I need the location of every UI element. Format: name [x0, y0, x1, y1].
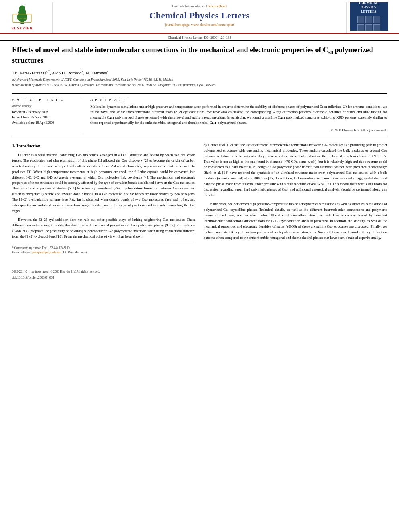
elsevier-wordmark: ELSEVIER — [11, 26, 33, 30]
badge-cell — [373, 16, 380, 23]
article-info-col: A R T I C L E I N F O Article history: R… — [12, 98, 82, 132]
page-footer: 0009-2614/$ – see front matter © 2008 El… — [0, 267, 399, 281]
elsevier-tree-icon: ELSEVIER — [8, 3, 36, 25]
received-date: Received 2 February 2008 — [12, 109, 76, 115]
sciencedirect-link[interactable]: ScienceDirect — [208, 4, 227, 8]
footnote: * Corresponding author. Fax: +52 444 834… — [12, 244, 195, 255]
body-col-right: by Berber et al. [12] that the use of di… — [204, 142, 387, 255]
email-link[interactable]: jenrique@ipicyt.edu.mx — [32, 251, 61, 254]
journal-header: ELSEVIER ELSEVIER Contents lists availab… — [0, 0, 399, 34]
history-label: Article history: — [12, 104, 76, 108]
badge-cell — [365, 16, 372, 23]
article-title: Effects of novel and stable intermolecul… — [12, 45, 387, 66]
body-section: 1. Introduction Fullerite is a solid mat… — [12, 138, 387, 255]
journal-homepage: journal homepage: www.elsevier.com/locat… — [165, 23, 234, 27]
badge-cell — [373, 24, 380, 31]
body-col-left: 1. Introduction Fullerite is a solid mat… — [12, 142, 195, 255]
badge-cell — [357, 16, 364, 23]
sciencedirect-line: Contents lists available at ScienceDirec… — [172, 4, 227, 8]
header-right: CHEMICALPHYSICSLETTERS — [347, 2, 391, 33]
abstract-col: A B S T R A C T Molecular dynamics simul… — [90, 98, 387, 132]
authors-line: J.E. Pérez-Terrazasa,*, Aldo H. Romerob,… — [12, 70, 387, 75]
affil-b: b Department of Materials, CINVESTAV, Un… — [12, 82, 387, 88]
article-info-heading: A R T I C L E I N F O — [12, 98, 76, 102]
intro-para2: However, the [2+2] cycloaddition does no… — [12, 217, 195, 240]
intro-para1: Fullerite is a solid material containing… — [12, 152, 195, 214]
volume-info: Chemical Physics Letters 458 (2008) 128–… — [0, 34, 399, 41]
intro-title: 1. Introduction — [12, 142, 195, 149]
final-form-date: In final form 15 April 2008 — [12, 115, 76, 120]
corresponding-author-note: * Corresponding author. Fax: +52 444 834… — [12, 246, 195, 255]
main-content: Effects of novel and stable intermolecul… — [0, 41, 399, 263]
journal-badge: CHEMICALPHYSICSLETTERS — [350, 2, 388, 31]
affil-a: a Advanced Materials Department, IPICYT,… — [12, 77, 387, 82]
issn-line: 0009-2614/$ – see front matter © 2008 El… — [12, 269, 387, 274]
page: ELSEVIER ELSEVIER Contents lists availab… — [0, 0, 399, 532]
body-two-col: 1. Introduction Fullerite is a solid mat… — [12, 142, 387, 255]
journal-title: Chemical Physics Letters — [149, 10, 249, 21]
badge-title: CHEMICALPHYSICSLETTERS — [359, 2, 379, 14]
badge-cell — [357, 24, 364, 31]
available-online-date: Available online 18 April 2008 — [12, 120, 76, 126]
abstract-heading: A B S T R A C T — [90, 98, 387, 102]
body-right-para2: In this work, we performed high pressure… — [204, 201, 387, 241]
svg-text:ELSEVIER: ELSEVIER — [18, 17, 27, 19]
badge-grid — [357, 16, 380, 31]
elsevier-logo: ELSEVIER ELSEVIER — [8, 3, 36, 30]
header-center: Contents lists available at ScienceDirec… — [52, 2, 347, 33]
svg-point-3 — [19, 5, 25, 11]
affiliations: a Advanced Materials Department, IPICYT,… — [12, 77, 387, 88]
abstract-text: Molecular dynamics simulations under hig… — [90, 104, 387, 126]
badge-cell — [365, 24, 372, 31]
body-right-para1: by Berber et al. [12] that the use of di… — [204, 142, 387, 198]
doi-line: doi:10.1016/j.cplett.2008.04.064 — [12, 276, 387, 279]
copyright-line: © 2008 Elsevier B.V. All rights reserved… — [90, 128, 387, 132]
article-info-abstract: A R T I C L E I N F O Article history: R… — [12, 93, 387, 132]
header-left: ELSEVIER ELSEVIER — [8, 2, 52, 33]
